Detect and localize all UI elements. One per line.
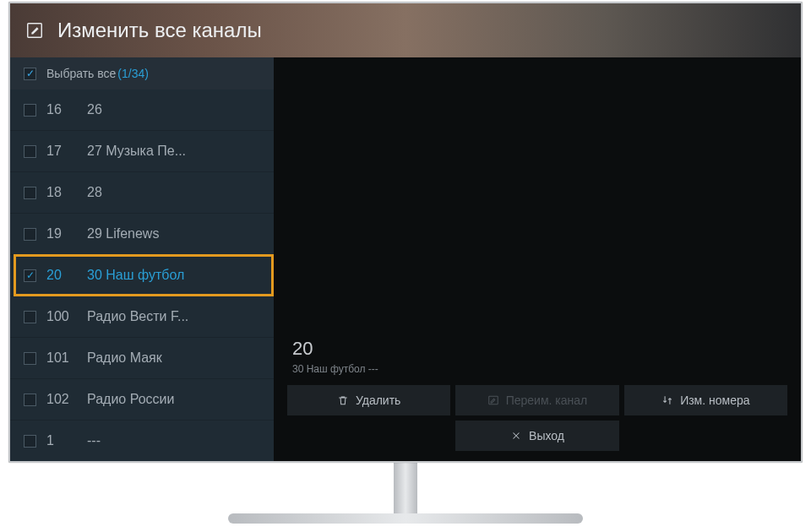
channel-name: 29 Lifenews xyxy=(87,226,159,242)
rename-button[interactable]: Переим. канал xyxy=(455,385,618,415)
channel-num: 16 xyxy=(46,102,87,117)
tv-stand-neck xyxy=(394,463,417,513)
channel-row[interactable]: ✓1727 Музыка Пе... xyxy=(10,131,274,172)
channel-row[interactable]: ✓102Радио России xyxy=(10,379,274,421)
channel-row[interactable]: ✓2030 Наш футбол xyxy=(10,255,274,296)
channel-num: 101 xyxy=(46,350,87,366)
content: ✓ Выбрать все (1/34) ✓1626✓1727 Музыка П… xyxy=(10,57,801,461)
page-title: Изменить все каналы xyxy=(57,19,262,42)
channel-row[interactable]: ✓1--- xyxy=(10,421,274,461)
channel-name: Радио России xyxy=(87,392,174,407)
action-row-1: Удалить Переим. канал xyxy=(274,380,801,415)
channel-name: --- xyxy=(87,433,101,448)
action-row-2: Выход xyxy=(274,415,801,461)
select-all-label: Выбрать все xyxy=(46,67,116,80)
checkbox-icon: ✓ xyxy=(24,145,36,158)
channel-name-line: 30 Наш футбол --- xyxy=(292,363,782,375)
checkbox-icon: ✓ xyxy=(24,269,36,282)
checkbox-icon: ✓ xyxy=(24,187,36,199)
select-all-count: (1/34) xyxy=(117,67,149,80)
close-icon xyxy=(510,430,522,442)
channel-name: 27 Музыка Пе... xyxy=(87,144,186,159)
channel-num: 19 xyxy=(46,226,87,242)
channel-num: 102 xyxy=(46,392,87,407)
svg-rect-1 xyxy=(488,396,498,404)
trash-icon xyxy=(337,394,349,406)
channel-row[interactable]: ✓1626 xyxy=(10,90,274,131)
tv-screen: Изменить все каналы ✓ Выбрать все (1/34)… xyxy=(8,2,803,463)
channel-name: 30 Наш футбол xyxy=(87,268,184,283)
channel-name: 28 xyxy=(87,185,102,200)
channel-sidebar: ✓ Выбрать все (1/34) ✓1626✓1727 Музыка П… xyxy=(10,57,274,461)
select-all-row[interactable]: ✓ Выбрать все (1/34) xyxy=(10,57,274,90)
channel-num: 17 xyxy=(46,144,87,159)
channel-num: 1 xyxy=(46,433,87,448)
renumber-button[interactable]: Изм. номера xyxy=(624,385,787,415)
checkbox-icon: ✓ xyxy=(24,104,36,117)
channel-row[interactable]: ✓101Радио Маяк xyxy=(10,338,274,379)
checkbox-icon: ✓ xyxy=(24,68,36,80)
channel-row[interactable]: ✓1828 xyxy=(10,172,274,214)
channel-num: 18 xyxy=(46,185,87,200)
rename-icon xyxy=(487,394,499,406)
channel-list[interactable]: ✓1626✓1727 Музыка Пе...✓1828✓1929 Lifene… xyxy=(10,90,274,461)
delete-label: Удалить xyxy=(356,394,400,407)
rename-label: Переим. канал xyxy=(506,394,588,407)
renumber-label: Изм. номера xyxy=(680,394,749,407)
checkbox-icon: ✓ xyxy=(24,311,36,323)
channel-row[interactable]: ✓1929 Lifenews xyxy=(10,214,274,255)
delete-button[interactable]: Удалить xyxy=(287,385,450,415)
channel-num: 20 xyxy=(46,268,87,283)
main-panel: 20 30 Наш футбол --- Удалить xyxy=(274,57,801,461)
preview-area xyxy=(274,57,801,329)
channel-name: Радио Маяк xyxy=(87,350,162,366)
exit-label: Выход xyxy=(529,429,564,442)
exit-button[interactable]: Выход xyxy=(455,421,618,451)
channel-number: 20 xyxy=(292,338,782,360)
channel-name: Радио Вести F... xyxy=(87,309,188,324)
renumber-icon xyxy=(661,394,673,406)
checkbox-icon: ✓ xyxy=(24,435,36,448)
channel-row[interactable]: ✓100Радио Вести F... xyxy=(10,296,274,338)
checkbox-icon: ✓ xyxy=(24,394,36,406)
channel-name: 26 xyxy=(87,102,102,117)
tv-stand-base xyxy=(228,513,583,524)
edit-icon xyxy=(25,21,44,40)
titlebar: Изменить все каналы xyxy=(10,3,801,57)
checkbox-icon: ✓ xyxy=(24,352,36,365)
checkbox-icon: ✓ xyxy=(24,228,36,241)
channel-num: 100 xyxy=(46,309,87,324)
channel-info: 20 30 Наш футбол --- xyxy=(274,329,801,380)
